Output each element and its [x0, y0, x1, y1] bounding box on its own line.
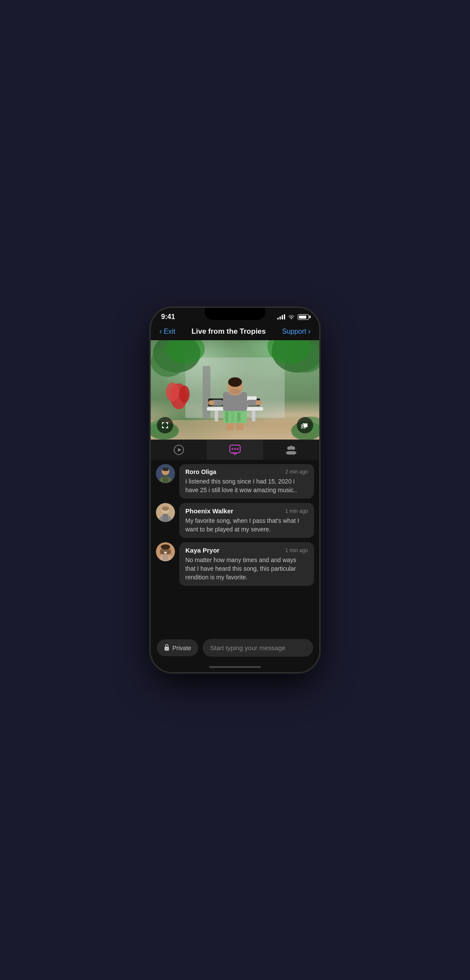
message-header-3: Kaya Pryor 1 min ago	[185, 547, 308, 554]
chat-message-3: Kaya Pryor 1 min ago No matter how many …	[156, 542, 314, 586]
message-time-1: 2 min ago	[285, 469, 308, 475]
message-input[interactable]	[203, 639, 313, 657]
notch	[205, 308, 265, 320]
chat-area: Roro Oliga 2 min ago I listened this son…	[151, 460, 319, 635]
message-author-3: Kaya Pryor	[185, 547, 219, 554]
message-text-1: I listened this song since I had 15, 202…	[185, 477, 308, 494]
private-button[interactable]: Private	[157, 639, 198, 656]
message-bubble-2: Phoenix Walker 1 min ago My favorite son…	[179, 503, 314, 538]
message-bubble-3: Kaya Pryor 1 min ago No matter how many …	[179, 542, 314, 586]
chat-icon	[229, 444, 241, 455]
message-text-3: No matter how many times and and ways th…	[185, 556, 308, 582]
support-label: Support	[282, 328, 306, 335]
svg-rect-60	[163, 514, 168, 522]
svg-point-7	[179, 386, 190, 403]
tab-bar	[151, 439, 319, 460]
video-scene-svg	[151, 340, 319, 439]
svg-point-34	[228, 377, 242, 387]
svg-point-45	[237, 448, 238, 450]
message-header-2: Phoenix Walker 1 min ago	[185, 507, 308, 515]
svg-rect-67	[164, 552, 167, 553]
page-title: Live from the Tropies	[191, 327, 266, 336]
input-area: Private	[151, 635, 319, 664]
svg-rect-19	[215, 411, 218, 421]
status-time: 9:41	[161, 313, 175, 321]
home-bar	[209, 666, 261, 668]
video-player[interactable]	[151, 340, 319, 439]
svg-point-6	[166, 383, 179, 401]
home-indicator	[151, 664, 319, 672]
message-bubble-1: Roro Oliga 2 min ago I listened this son…	[179, 464, 314, 499]
svg-rect-20	[252, 411, 255, 421]
svg-rect-26	[237, 412, 241, 422]
message-author-2: Phoenix Walker	[185, 507, 233, 515]
tab-chat[interactable]	[207, 440, 263, 460]
svg-point-48	[289, 446, 293, 450]
phone-frame: 9:41 ‹ Exit Live	[151, 308, 319, 672]
svg-point-61	[162, 506, 169, 511]
expand-button[interactable]	[157, 417, 173, 433]
tab-people[interactable]	[263, 440, 319, 460]
avatar-kaya-pryor	[156, 542, 175, 561]
message-text-2: My favorite song, when I pass that's wha…	[185, 517, 308, 534]
svg-marker-41	[178, 448, 181, 452]
chevron-left-icon: ‹	[159, 327, 162, 336]
chat-message-2: Phoenix Walker 1 min ago My favorite son…	[156, 503, 314, 538]
status-icons	[277, 313, 309, 320]
svg-point-69	[166, 648, 168, 650]
wifi-icon	[288, 313, 295, 320]
signal-bars-icon	[277, 314, 285, 319]
svg-rect-54	[162, 468, 168, 471]
expand-icon	[161, 421, 169, 429]
play-icon	[173, 444, 184, 455]
svg-rect-24	[225, 411, 229, 422]
cast-button[interactable]	[297, 417, 313, 433]
svg-point-32	[256, 400, 262, 405]
nav-bar: ‹ Exit Live from the Tropies Support ›	[151, 323, 319, 340]
svg-point-31	[208, 400, 214, 405]
svg-point-44	[234, 448, 236, 450]
private-label: Private	[172, 645, 191, 651]
battery-icon	[298, 314, 309, 320]
svg-rect-25	[231, 410, 234, 422]
cast-icon	[301, 421, 309, 430]
lock-icon	[164, 644, 170, 652]
svg-point-51	[288, 451, 295, 455]
tab-play[interactable]	[151, 440, 207, 460]
exit-label: Exit	[164, 328, 175, 335]
avatar-phoenix-walker	[156, 503, 175, 522]
people-icon	[285, 445, 298, 455]
svg-point-43	[232, 448, 233, 450]
message-author-1: Roro Oliga	[185, 468, 216, 475]
svg-point-66	[161, 544, 170, 550]
chat-message-1: Roro Oliga 2 min ago I listened this son…	[156, 464, 314, 499]
chevron-right-icon: ›	[308, 327, 311, 336]
support-button[interactable]: Support ›	[282, 327, 311, 336]
svg-point-35	[230, 389, 240, 394]
svg-rect-56	[163, 475, 168, 483]
avatar-roro-oliga	[156, 464, 175, 483]
exit-button[interactable]: ‹ Exit	[159, 327, 175, 336]
message-time-2: 1 min ago	[285, 508, 308, 514]
message-time-3: 1 min ago	[285, 547, 308, 553]
message-header-1: Roro Oliga 2 min ago	[185, 468, 308, 475]
